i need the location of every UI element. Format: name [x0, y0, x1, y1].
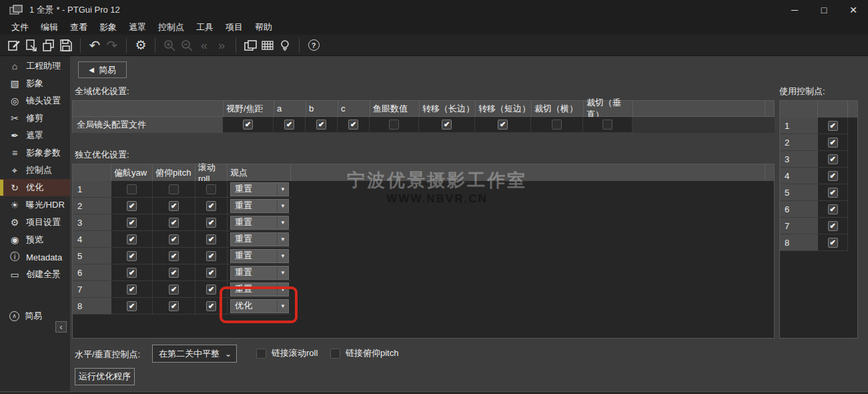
roll-checkbox[interactable] [206, 301, 216, 311]
menu-mask[interactable]: 遮罩 [123, 20, 152, 35]
sidebar-item-control-points[interactable]: ⌖ 控制点 [0, 162, 70, 179]
back-to-simple-button[interactable]: ◀ 简易 [78, 61, 127, 78]
table-row: 8 优化▼ [73, 298, 774, 315]
pitch-checkbox[interactable] [169, 234, 179, 244]
pitch-checkbox[interactable] [169, 184, 179, 194]
pitch-checkbox[interactable] [169, 201, 179, 211]
open-project-icon[interactable] [23, 37, 40, 54]
use-cp-checkbox[interactable] [828, 188, 838, 198]
yaw-checkbox[interactable] [127, 251, 137, 261]
menu-tools[interactable]: 工具 [190, 20, 220, 35]
shear-v-checkbox[interactable] [602, 120, 612, 130]
pitch-checkbox[interactable] [169, 218, 179, 228]
sidebar-item-mask[interactable]: ✒ 遮罩 [0, 127, 70, 144]
yaw-checkbox[interactable] [127, 268, 137, 278]
settings-gear-icon[interactable]: ⚙ [132, 37, 149, 54]
sidebar-item-metadata[interactable]: ⓘ Metadata [0, 248, 70, 266]
roll-checkbox[interactable] [206, 234, 216, 244]
roll-checkbox[interactable] [206, 268, 216, 278]
detail-viewer-bulb-icon[interactable] [276, 37, 294, 54]
menu-help[interactable]: 帮助 [249, 20, 278, 35]
viewpoint-dropdown[interactable]: 重置▼ [230, 249, 289, 263]
roll-checkbox[interactable] [206, 218, 216, 228]
menu-images[interactable]: 影象 [93, 20, 123, 35]
yaw-checkbox[interactable] [127, 301, 137, 311]
fisheye-checkbox[interactable] [389, 120, 399, 130]
viewpoint-dropdown[interactable]: 重置▼ [230, 266, 289, 280]
next-image-icon: » [213, 37, 230, 54]
roll-checkbox[interactable] [206, 251, 216, 261]
use-control-points-table: 1 2 3 4 5 6 7 8 [779, 100, 858, 339]
shear-h-checkbox[interactable] [552, 120, 562, 130]
pitch-checkbox[interactable] [169, 268, 179, 278]
menu-project[interactable]: 项目 [220, 20, 249, 35]
zoom-out-icon [178, 37, 195, 54]
viewpoint-dropdown[interactable]: 重置▼ [230, 216, 289, 230]
fov-checkbox[interactable] [243, 120, 253, 130]
a-checkbox[interactable] [284, 120, 294, 130]
sidebar-item-optimizer[interactable]: ↻ 优化 [0, 179, 70, 196]
yaw-checkbox[interactable] [127, 218, 137, 228]
table-row: 7 [780, 218, 857, 234]
use-cp-checkbox[interactable] [828, 221, 838, 231]
apply-template-icon[interactable] [40, 37, 57, 54]
use-cp-checkbox[interactable] [828, 121, 838, 131]
panorama-editor-icon[interactable] [242, 37, 259, 54]
yaw-checkbox[interactable] [127, 184, 137, 194]
use-cp-checkbox[interactable] [828, 238, 838, 248]
menu-control-points[interactable]: 控制点 [152, 20, 190, 35]
shift-long-checkbox[interactable] [442, 120, 452, 130]
yaw-checkbox[interactable] [127, 201, 137, 211]
col-roll: 滚动roll [195, 164, 228, 181]
roll-checkbox[interactable] [206, 284, 216, 294]
sidebar-item-image-parameters[interactable]: ≡ 影象参数 [0, 144, 70, 162]
menu-file[interactable]: 文件 [5, 20, 35, 35]
use-cp-checkbox[interactable] [828, 204, 838, 214]
sidebar-item-project-assistant[interactable]: ⌂ 工程助理 [0, 57, 70, 75]
use-cp-checkbox[interactable] [828, 171, 838, 181]
link-pitch-checkbox[interactable] [330, 349, 340, 359]
viewpoint-dropdown[interactable]: 重置▼ [230, 182, 289, 196]
yaw-checkbox[interactable] [127, 284, 137, 294]
viewpoint-dropdown[interactable]: 重置▼ [230, 282, 289, 297]
new-project-icon[interactable] [5, 37, 23, 54]
sidebar-item-crop[interactable]: ✂ 修剪 [0, 110, 70, 127]
viewpoint-dropdown[interactable]: 优化▼ [230, 299, 289, 313]
menu-view[interactable]: 查看 [64, 20, 93, 35]
sidebar-item-images[interactable]: ▧ 影象 [0, 75, 70, 92]
title-bar: 1 全景 * - PTGui Pro 12 ─ □ × [0, 0, 868, 20]
use-cp-checkbox[interactable] [828, 154, 838, 164]
viewpoint-dropdown[interactable]: 重置▼ [230, 199, 289, 213]
pitch-checkbox[interactable] [169, 284, 179, 294]
pitch-checkbox[interactable] [169, 251, 179, 261]
pitch-checkbox[interactable] [169, 301, 179, 311]
c-checkbox[interactable] [348, 120, 358, 130]
yaw-checkbox[interactable] [127, 234, 137, 244]
col-fisheye: 鱼眼数值 [370, 101, 420, 116]
run-optimizer-button[interactable]: 运行优化程序 [75, 368, 135, 385]
menu-edit[interactable]: 编辑 [35, 20, 64, 35]
sidebar-item-lens-settings[interactable]: ◎ 镜头设置 [0, 92, 70, 110]
col-shear-v: 裁切（垂直） [584, 101, 633, 116]
chevron-down-icon: ▼ [277, 283, 288, 296]
sidebar-collapse-button[interactable]: ‹ [55, 321, 67, 333]
help-icon[interactable]: ? [305, 37, 322, 54]
maximize-button[interactable]: □ [809, 0, 839, 20]
link-roll-checkbox[interactable] [256, 349, 266, 359]
undo-icon[interactable]: ↶ [86, 37, 103, 54]
viewpoint-dropdown[interactable]: 重置▼ [230, 232, 289, 246]
sidebar-item-preview[interactable]: ◉ 预览 [0, 231, 70, 248]
b-checkbox[interactable] [316, 120, 326, 130]
control-point-table-icon[interactable] [259, 37, 276, 54]
sidebar-item-exposure-hdr[interactable]: ☀ 曝光/HDR [0, 196, 70, 214]
sidebar-item-project-settings[interactable]: ⚙ 项目设置 [0, 214, 70, 231]
use-cp-checkbox[interactable] [828, 138, 838, 148]
minimize-button[interactable]: ─ [780, 0, 809, 20]
roll-checkbox[interactable] [206, 184, 216, 194]
roll-checkbox[interactable] [206, 201, 216, 211]
shift-short-checkbox[interactable] [498, 120, 508, 130]
save-icon[interactable] [57, 37, 75, 54]
hv-control-points-dropdown[interactable]: 在第二关中平整 ⌄ [152, 345, 237, 363]
sidebar-item-create-panorama[interactable]: ▭ 创建全景 [0, 266, 70, 283]
close-button[interactable]: × [839, 0, 868, 20]
